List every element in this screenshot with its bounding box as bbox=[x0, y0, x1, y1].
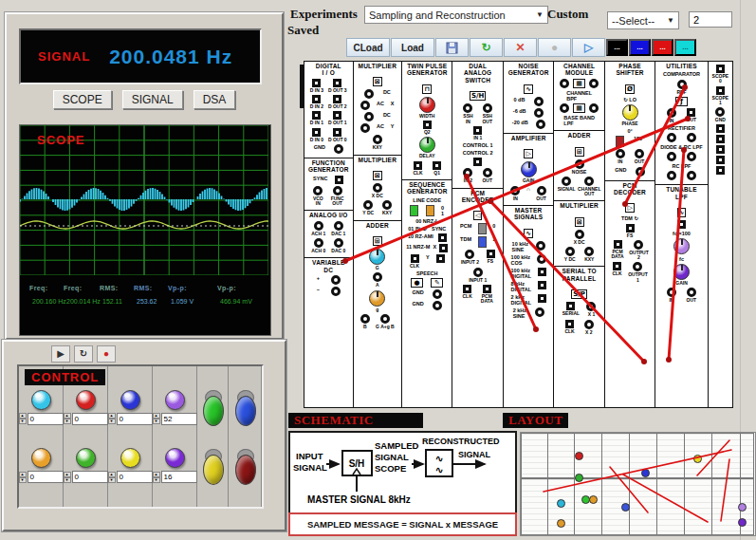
socket-jack[interactable] bbox=[667, 171, 676, 180]
color-swatch-10[interactable]: ... bbox=[674, 39, 696, 56]
socket-b[interactable] bbox=[360, 314, 370, 324]
layout-miniature[interactable] bbox=[520, 432, 756, 536]
socket-in[interactable] bbox=[667, 288, 676, 297]
socket-jack[interactable] bbox=[364, 89, 374, 99]
play-icon[interactable]: ▷ bbox=[572, 38, 605, 57]
value-stepper[interactable]: ▲▼ bbox=[108, 413, 116, 424]
socket-jack[interactable] bbox=[473, 158, 482, 166]
socket-jack[interactable] bbox=[667, 152, 676, 161]
socket-jack[interactable] bbox=[716, 145, 725, 154]
socket-jack[interactable] bbox=[667, 133, 676, 142]
socket-func-out[interactable] bbox=[333, 186, 342, 196]
knob-g[interactable] bbox=[369, 249, 385, 265]
socket-jack[interactable] bbox=[439, 244, 448, 252]
socket-x-dc[interactable] bbox=[373, 183, 382, 193]
socket-input-2[interactable] bbox=[465, 250, 474, 259]
socket-jack[interactable] bbox=[360, 101, 370, 110]
knob-value-input[interactable]: 0 bbox=[28, 471, 64, 483]
knob-phase[interactable] bbox=[622, 104, 638, 121]
control-knob-6[interactable] bbox=[120, 448, 140, 468]
socket-d-out-2[interactable] bbox=[333, 95, 341, 103]
socket-clk[interactable] bbox=[613, 262, 621, 270]
socket-jack[interactable] bbox=[433, 289, 442, 299]
socket-d-out-3[interactable] bbox=[333, 79, 341, 87]
socket-fs[interactable] bbox=[487, 250, 495, 258]
toggle-switch[interactable] bbox=[616, 136, 624, 147]
toggle-switch[interactable] bbox=[426, 205, 434, 216]
socket-jack[interactable] bbox=[438, 233, 447, 242]
socket-jack[interactable] bbox=[433, 301, 442, 310]
socket-signal[interactable] bbox=[562, 177, 571, 186]
socket-ssh-in[interactable] bbox=[463, 103, 472, 113]
value-stepper[interactable]: ▲▼ bbox=[64, 413, 71, 424]
socket-jack[interactable] bbox=[335, 176, 343, 184]
socket-vco-in[interactable] bbox=[313, 186, 323, 196]
socket-ach-0[interactable] bbox=[314, 238, 323, 248]
socket-g-a-g-b[interactable] bbox=[380, 314, 390, 324]
socket-noise[interactable] bbox=[575, 159, 584, 169]
socket-jack[interactable] bbox=[687, 152, 696, 161]
socket-pcm-data[interactable] bbox=[483, 285, 491, 293]
value-stepper[interactable]: ▲▼ bbox=[108, 472, 116, 483]
socket-jack[interactable] bbox=[364, 112, 374, 121]
socket-q1[interactable] bbox=[433, 161, 441, 170]
socket-kxy[interactable] bbox=[382, 200, 392, 210]
control-knob-1[interactable] bbox=[76, 390, 96, 410]
socket-dac-1[interactable] bbox=[334, 221, 343, 231]
knob-value-input[interactable]: 0 bbox=[72, 413, 108, 425]
bell-icon[interactable]: ● bbox=[538, 38, 571, 57]
delete-icon[interactable]: ✕ bbox=[504, 38, 537, 57]
socket-x-1[interactable] bbox=[586, 302, 596, 311]
socket-jack[interactable] bbox=[536, 120, 545, 129]
value-stepper[interactable]: ▲▼ bbox=[19, 472, 27, 483]
socket-clk[interactable] bbox=[414, 161, 422, 170]
run-icon[interactable]: ▶ bbox=[51, 345, 70, 363]
toggle-switch[interactable] bbox=[478, 223, 487, 234]
toggle-switch[interactable] bbox=[478, 236, 487, 248]
socket-output-2[interactable] bbox=[634, 240, 643, 250]
socket-jack[interactable] bbox=[716, 166, 725, 175]
socket-jack[interactable] bbox=[534, 97, 544, 106]
socket-clk[interactable] bbox=[565, 320, 574, 328]
led-toggle-1[interactable] bbox=[233, 388, 256, 426]
toolbar-button-load[interactable]: Load bbox=[391, 38, 434, 57]
socket-out[interactable] bbox=[537, 186, 546, 196]
socket-jack[interactable] bbox=[436, 254, 445, 263]
socket-gnd[interactable] bbox=[715, 107, 725, 117]
socket-y-dc[interactable] bbox=[363, 200, 373, 210]
socket-x-2[interactable] bbox=[584, 320, 594, 329]
toggle-switch[interactable] bbox=[410, 205, 418, 216]
value-stepper[interactable]: ▲▼ bbox=[19, 413, 27, 424]
control-knob-4[interactable] bbox=[31, 448, 51, 468]
socket-out[interactable] bbox=[635, 149, 644, 158]
save-icon[interactable] bbox=[435, 38, 469, 57]
color-swatch-9[interactable]: ... bbox=[652, 39, 673, 56]
knob-width[interactable] bbox=[419, 97, 435, 113]
socket-d-in-0[interactable] bbox=[312, 128, 321, 137]
socket-jack[interactable] bbox=[589, 79, 599, 88]
stop-icon[interactable]: ● bbox=[97, 345, 116, 363]
socket-in-2[interactable] bbox=[463, 168, 472, 177]
socket-d-in-3[interactable] bbox=[312, 79, 321, 87]
knob-value-input[interactable]: 16 bbox=[161, 471, 197, 483]
socket-kxy[interactable] bbox=[373, 135, 382, 144]
socket-ref[interactable] bbox=[677, 80, 687, 89]
count-input[interactable] bbox=[689, 11, 732, 28]
socket-jack[interactable] bbox=[677, 220, 686, 229]
socket-jack[interactable] bbox=[331, 287, 341, 296]
socket-in-1[interactable] bbox=[473, 126, 482, 135]
knob-delay[interactable] bbox=[419, 137, 435, 153]
socket-d-in-2[interactable] bbox=[312, 95, 321, 103]
knob-gain[interactable] bbox=[673, 264, 690, 280]
socket-ach-1[interactable] bbox=[314, 221, 323, 231]
socket-kxy[interactable] bbox=[584, 247, 594, 256]
socket-pcm-data[interactable] bbox=[614, 240, 622, 249]
control-knob-0[interactable] bbox=[31, 390, 51, 410]
led-toggle-3[interactable] bbox=[233, 447, 256, 485]
socket-jack[interactable] bbox=[334, 144, 343, 154]
socket-jack[interactable] bbox=[687, 171, 696, 180]
knob-knob[interactable] bbox=[673, 238, 690, 254]
socket-fs[interactable] bbox=[626, 224, 635, 233]
socket-jack[interactable] bbox=[636, 167, 645, 177]
socket-jack[interactable] bbox=[331, 275, 341, 285]
